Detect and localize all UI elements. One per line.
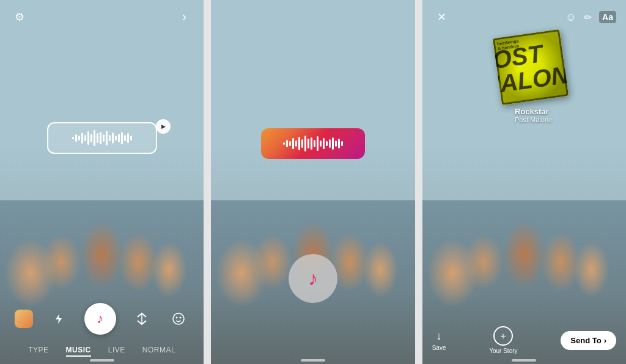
- music-sticker-gradient[interactable]: [261, 128, 365, 159]
- wave-bar: [335, 140, 337, 147]
- face-filter-icon[interactable]: [168, 308, 190, 330]
- wave-bar: [301, 139, 303, 148]
- home-indicator: [512, 359, 536, 362]
- tab-type[interactable]: TYPE: [28, 344, 48, 357]
- music-note-icon: ♪: [308, 268, 318, 290]
- wave-bar: [75, 134, 77, 142]
- wave-bar: [97, 133, 98, 143]
- top-bar: ⚙ ›: [0, 7, 204, 27]
- divider-1: [206, 0, 208, 364]
- wave-bar: [326, 141, 328, 146]
- wave-bar: [72, 137, 74, 139]
- svg-point-2: [173, 313, 184, 324]
- scene-overlay: [211, 0, 414, 364]
- svg-point-3: [175, 317, 177, 319]
- panel-sticker-added: ✕ ☺ ✏ Aa POSTMALONE beerbongs& bentleys …: [422, 0, 626, 364]
- svg-point-4: [179, 317, 181, 319]
- wave-bar: [341, 141, 343, 146]
- text-icon[interactable]: Aa: [599, 11, 616, 23]
- wave-bar: [109, 135, 111, 141]
- wave-bar: [323, 138, 325, 149]
- save-button[interactable]: ↓ Save: [432, 330, 446, 351]
- save-icon: ↓: [436, 330, 442, 343]
- wave-bar: [311, 137, 312, 150]
- wave-bar: [304, 136, 306, 151]
- wave-bar: [289, 141, 291, 146]
- wave-bar: [100, 132, 101, 144]
- wave-bar: [78, 136, 80, 140]
- waveform: [283, 134, 343, 153]
- wave-bar: [112, 133, 114, 144]
- tab-live[interactable]: LIVE: [108, 344, 125, 357]
- wave-bar: [292, 138, 294, 149]
- panel-camera-music: ⚙ › ▶: [0, 0, 204, 364]
- music-play-circle[interactable]: ♪: [289, 254, 337, 303]
- wave-bar: [283, 142, 285, 145]
- wave-bar: [332, 137, 334, 150]
- wave-bar: [127, 133, 129, 143]
- tool-icons-row: ♪: [0, 303, 204, 335]
- top-bar: ✕ ☺ ✏ Aa: [422, 7, 626, 27]
- waveform: [72, 129, 132, 147]
- close-icon[interactable]: ✕: [432, 7, 452, 27]
- send-to-label: Send To: [570, 336, 601, 345]
- save-label: Save: [432, 344, 446, 351]
- draw-icon[interactable]: ✏: [584, 12, 592, 23]
- album-sticker[interactable]: POSTMALONE beerbongs& bentleys: [493, 29, 569, 105]
- wave-bar: [320, 140, 322, 147]
- wave-bar: [121, 132, 123, 144]
- wave-bar: [124, 135, 126, 141]
- wave-bar: [314, 140, 315, 147]
- wave-bar: [103, 134, 105, 142]
- music-button[interactable]: ♪: [84, 303, 116, 335]
- song-artist: Post Malone: [515, 116, 552, 123]
- gallery-icon[interactable]: [15, 310, 33, 328]
- wave-bar: [118, 134, 120, 142]
- wave-bar: [87, 131, 89, 145]
- song-title: Rockstar: [515, 107, 552, 116]
- top-right-icons: ☺ ✏ Aa: [565, 11, 616, 24]
- wave-bar: [130, 136, 132, 140]
- send-to-button[interactable]: Send To ›: [561, 331, 616, 350]
- home-indicator: [301, 359, 325, 362]
- wave-bar: [317, 136, 319, 151]
- wave-bar: [286, 140, 288, 147]
- wave-bar: [115, 136, 117, 140]
- wave-bar: [81, 133, 83, 144]
- bottom-toolbar: ♪ TYPE MUSIC LIVE NORMAL: [0, 303, 204, 364]
- sticker-icon[interactable]: ☺: [565, 11, 576, 24]
- tab-normal[interactable]: NORMAL: [142, 344, 175, 357]
- music-sticker[interactable]: [47, 122, 157, 154]
- wave-bar: [329, 139, 331, 148]
- tab-bar: TYPE MUSIC LIVE NORMAL: [0, 344, 204, 357]
- song-info: Rockstar Post Malone: [515, 107, 552, 123]
- panel-music-selected: ♪: [211, 0, 414, 364]
- tab-music[interactable]: MUSIC: [66, 344, 91, 357]
- your-story-button[interactable]: ＋ Your Story: [489, 326, 517, 354]
- wave-bar: [338, 139, 340, 148]
- svg-marker-0: [56, 314, 62, 324]
- your-story-label: Your Story: [489, 348, 517, 354]
- album-art: POSTMALONE beerbongs& bentleys: [493, 29, 569, 105]
- divider-2: [418, 0, 420, 364]
- wave-bar: [295, 140, 297, 147]
- flip-icon[interactable]: [131, 308, 153, 330]
- wave-bar: [90, 134, 92, 142]
- wave-bar: [94, 130, 95, 146]
- play-button[interactable]: ▶: [156, 119, 171, 134]
- wave-bar: [298, 137, 300, 150]
- flash-icon[interactable]: [48, 308, 70, 330]
- wave-bar: [307, 139, 309, 148]
- settings-icon[interactable]: ⚙: [10, 7, 29, 27]
- bottom-action-bar: ↓ Save ＋ Your Story Send To ›: [422, 326, 626, 354]
- wave-bar: [84, 135, 86, 141]
- wave-bar: [106, 131, 108, 145]
- your-story-icon: ＋: [493, 326, 513, 346]
- send-to-chevron: ›: [604, 336, 606, 345]
- chevron-right-icon[interactable]: ›: [174, 7, 194, 27]
